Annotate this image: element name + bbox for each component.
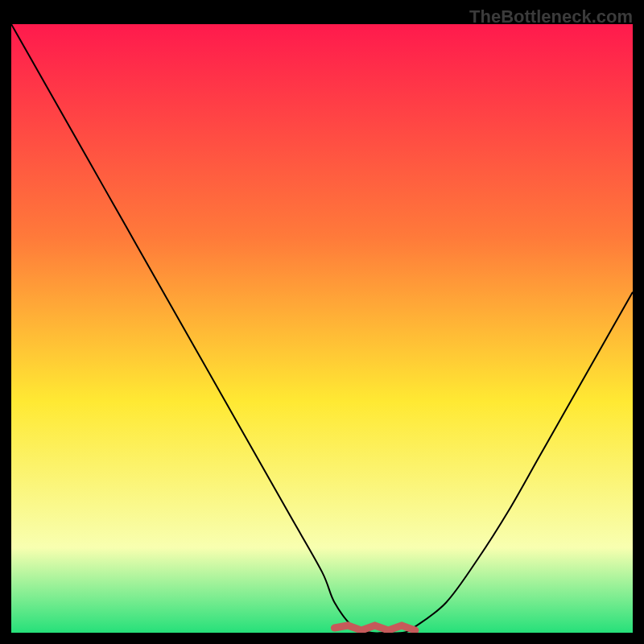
bottleneck-chart [11, 24, 633, 633]
watermark-text: TheBottleneck.com [469, 6, 633, 27]
chart-container [11, 24, 633, 633]
gradient-background [11, 24, 633, 633]
